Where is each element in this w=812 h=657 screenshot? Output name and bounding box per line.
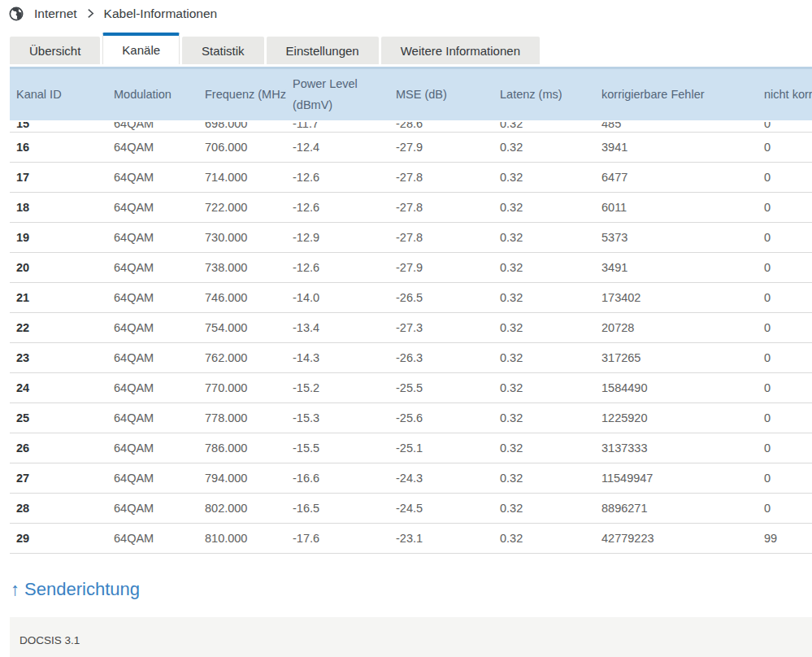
table-cell: 706.000 (198, 133, 286, 163)
table-cell: 29 (10, 524, 107, 554)
table-cell: -14.0 (286, 283, 389, 313)
table-cell: 0.32 (493, 193, 595, 223)
table-cell: 0.32 (493, 343, 595, 373)
table-cell: -11.7 (286, 120, 389, 133)
table-cell: 0.32 (493, 253, 595, 283)
table-row: 2764QAM794.000-16.6-24.30.32115499470 (10, 463, 812, 494)
table-cell: 0 (758, 253, 812, 283)
table-cell: -12.6 (286, 163, 389, 193)
table-cell: 714.000 (198, 163, 286, 193)
chevron-right-icon (87, 8, 94, 19)
table-cell: 6477 (595, 163, 758, 193)
table-cell: 730.000 (198, 223, 286, 253)
table-cell: 3941 (595, 133, 758, 163)
table-cell: 6011 (595, 193, 758, 223)
table-row: 2264QAM754.000-13.4-27.30.32207280 (10, 313, 812, 343)
table-cell: 770.000 (198, 373, 286, 403)
table-body: 1564QAM698.000-11.7-28.60.3248501664QAM7… (10, 120, 812, 554)
table-cell: -15.5 (286, 433, 389, 463)
table-cell: 27 (10, 463, 107, 494)
table-cell: 738.000 (198, 253, 286, 283)
table-cell: 64QAM (107, 463, 198, 494)
table-cell: 0 (758, 120, 812, 133)
table-row: 2464QAM770.000-15.2-25.50.3215844900 (10, 373, 812, 403)
table-cell: 99 (758, 524, 812, 554)
table-row: 2364QAM762.000-14.3-26.30.323172650 (10, 343, 812, 373)
table-cell: 11549947 (595, 463, 758, 494)
column-header: Power Level (dBmV) (286, 68, 389, 120)
table-cell: -12.6 (286, 253, 389, 283)
table-cell: -12.4 (286, 133, 389, 163)
table-cell: -24.3 (389, 463, 493, 494)
table-cell: -25.1 (389, 433, 493, 463)
table-cell: 16 (10, 133, 107, 163)
table-cell: 0.32 (493, 283, 595, 313)
table-cell: 0.32 (493, 463, 595, 494)
tab-weitere-informationen[interactable]: Weitere Informationen (381, 37, 540, 64)
tab-bar: ÜbersichtKanäleStatistikEinstellungenWei… (10, 33, 812, 64)
table-cell: 64QAM (107, 253, 198, 283)
table-cell: -26.5 (389, 283, 493, 313)
table-cell: 778.000 (198, 403, 286, 433)
table-cell: 21 (10, 283, 107, 313)
breadcrumb-item-kabel-informationen[interactable]: Kabel-Informationen (104, 7, 218, 21)
table-cell: 64QAM (107, 163, 198, 193)
table-cell: 64QAM (107, 433, 198, 463)
downstream-channel-table: Kanal IDModulationFrequenz (MHz)Power Le… (10, 67, 812, 554)
table-cell: -25.6 (389, 403, 493, 433)
table-cell: 64QAM (107, 494, 198, 524)
breadcrumb-item-internet[interactable]: Internet (34, 7, 77, 21)
upstream-section-heading: ↑ Senderichtung (11, 579, 812, 600)
upstream-info-box: DOCSIS 3.1 (10, 617, 812, 657)
table-cell: 0.32 (493, 313, 595, 343)
table-cell: 18 (10, 193, 107, 223)
table-cell: 762.000 (198, 343, 286, 373)
table-cell: 42779223 (595, 524, 758, 554)
table-cell: 1225920 (595, 403, 758, 433)
table-cell: -27.8 (389, 193, 493, 223)
tab-uebersicht[interactable]: Übersicht (10, 37, 100, 64)
table-cell: -15.3 (286, 403, 389, 433)
tab-kanaele[interactable]: Kanäle (102, 33, 180, 64)
table-cell: 722.000 (198, 193, 286, 223)
table-cell: 0 (758, 193, 812, 223)
table-cell: 64QAM (107, 283, 198, 313)
table-cell: 0.32 (493, 120, 595, 133)
column-header: Kanal ID (10, 68, 107, 120)
table-cell: -27.9 (389, 133, 493, 163)
table-row: 2064QAM738.000-12.6-27.90.3234910 (10, 253, 812, 283)
table-cell: 24 (10, 373, 107, 403)
table-cell: 28 (10, 494, 107, 524)
table-row: 1964QAM730.000-12.9-27.80.3253730 (10, 223, 812, 253)
table-cell: 20 (10, 253, 107, 283)
table-cell: 698.000 (198, 120, 286, 133)
table-cell: 64QAM (107, 403, 198, 433)
table-cell: 0.32 (493, 433, 595, 463)
table-cell: -15.2 (286, 373, 389, 403)
table-cell: 25 (10, 403, 107, 433)
table-cell: 802.000 (198, 494, 286, 524)
table-cell: -27.9 (389, 253, 493, 283)
table-cell: 754.000 (198, 313, 286, 343)
table-row: 2164QAM746.000-14.0-26.50.321734020 (10, 283, 812, 313)
table-cell: 23 (10, 343, 107, 373)
table-row: 2964QAM810.000-17.6-23.10.324277922399 (10, 524, 812, 554)
table-cell: -27.8 (389, 163, 493, 193)
table-cell: 20728 (595, 313, 758, 343)
table-cell: -17.6 (286, 524, 389, 554)
table-cell: 19 (10, 223, 107, 253)
column-header: korrigierbare Fehler (595, 68, 758, 120)
table-cell: 64QAM (107, 223, 198, 253)
table-header-row: Kanal IDModulationFrequenz (MHz)Power Le… (10, 68, 812, 120)
table-cell: -23.1 (389, 524, 493, 554)
table-cell: 0 (758, 223, 812, 253)
table-cell: 17 (10, 163, 107, 193)
table-cell: 64QAM (107, 133, 198, 163)
table-cell: 0.32 (493, 373, 595, 403)
tab-statistik[interactable]: Statistik (182, 37, 264, 64)
tab-einstellungen[interactable]: Einstellungen (267, 37, 379, 64)
column-header: MSE (dB) (389, 68, 493, 120)
table-cell: 0 (758, 283, 812, 313)
table-cell: -27.8 (389, 223, 493, 253)
table-cell: 173402 (595, 283, 758, 313)
